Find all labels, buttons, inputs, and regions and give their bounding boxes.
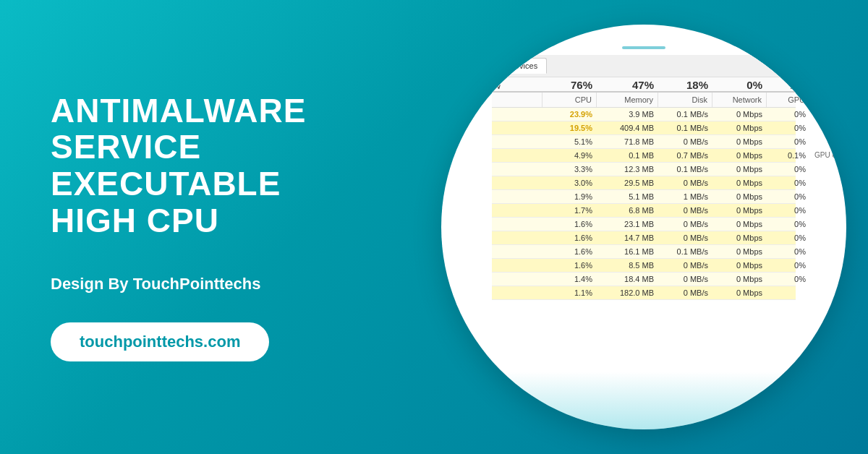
cell-memory: 16.1 MB <box>597 245 658 258</box>
table-row[interactable]: 1.6% 14.7 MB 0 MB/s 0 Mbps 0% <box>492 231 796 245</box>
tm-pct-row: ∨ 76% 47% 18% 0% 1% GPU <box>492 77 796 93</box>
cell-cpu: 3.0% <box>542 176 597 189</box>
right-panel: Services ∨ 76% 47% 18% 0% 1% GPU <box>420 0 868 454</box>
cell-name <box>492 273 542 286</box>
col-label-cpu[interactable]: CPU <box>542 93 597 107</box>
cell-memory: 12.3 MB <box>597 163 658 176</box>
table-row[interactable]: 5.1% 71.8 MB 0 MB/s 0 Mbps 0% <box>492 135 796 149</box>
col-name-pct: ∨ <box>492 77 542 91</box>
cell-network: 0 Mbps <box>712 259 767 272</box>
cell-cpu: 5.1% <box>542 135 597 148</box>
cell-gpu: 0% <box>767 108 810 121</box>
cell-network: 0 Mbps <box>712 245 767 258</box>
chevron-icon: ∨ <box>496 83 501 90</box>
cell-memory: 23.1 MB <box>597 218 658 231</box>
cell-disk: 0 MB/s <box>658 176 712 189</box>
cell-disk: 0.1 MB/s <box>658 163 712 176</box>
table-row[interactable]: 1.6% 8.5 MB 0 MB/s 0 Mbps 0% <box>492 259 796 273</box>
tm-data-rows: 23.9% 3.9 MB 0.1 MB/s 0 Mbps 0% 19.5% 40… <box>492 108 796 300</box>
cell-memory: 0.1 MB <box>597 149 658 162</box>
cell-network: 0 Mbps <box>712 286 767 299</box>
cell-network: 0 Mbps <box>712 163 767 176</box>
cell-disk: 0 MB/s <box>658 135 712 148</box>
cell-disk: 0.7 MB/s <box>658 149 712 162</box>
task-manager-panel: Services ∨ 76% 47% 18% 0% 1% GPU <box>492 46 796 300</box>
cell-name <box>492 121 542 134</box>
cell-gpu-name <box>810 163 846 176</box>
table-row[interactable]: 4.9% 0.1 MB 0.7 MB/s 0 Mbps 0.1% GPU 0 -… <box>492 149 796 163</box>
col-label-gpu[interactable]: GPU <box>767 93 810 107</box>
cell-disk: 0 MB/s <box>658 286 712 299</box>
cell-disk: 0.1 MB/s <box>658 121 712 134</box>
col-gpu-pct: 1% <box>767 77 810 91</box>
cell-name <box>492 190 542 203</box>
table-row[interactable]: 1.6% 16.1 MB 0.1 MB/s 0 Mbps 0% <box>492 245 796 259</box>
table-row[interactable]: 3.0% 29.5 MB 0 MB/s 0 Mbps 0% <box>492 176 796 190</box>
cell-gpu-name <box>810 121 846 134</box>
table-row[interactable]: 23.9% 3.9 MB 0.1 MB/s 0 Mbps 0% <box>492 108 796 121</box>
cell-cpu: 1.6% <box>542 245 597 258</box>
cell-cpu: 4.9% <box>542 149 597 162</box>
cell-gpu <box>767 286 810 299</box>
cell-cpu: 19.5% <box>542 121 597 134</box>
col-label-disk[interactable]: Disk <box>658 93 712 107</box>
cell-gpu-name <box>810 135 846 148</box>
cell-disk: 0 MB/s <box>658 204 712 217</box>
cell-memory: 6.8 MB <box>597 204 658 217</box>
table-row[interactable]: 3.3% 12.3 MB 0.1 MB/s 0 Mbps 0% <box>492 163 796 176</box>
cell-network: 0 Mbps <box>712 218 767 231</box>
cell-network: 0 Mbps <box>712 176 767 189</box>
circle-fade <box>441 372 846 429</box>
cell-gpu-name: GPU 0 - 3D <box>810 149 846 162</box>
cell-gpu-name <box>810 108 846 121</box>
table-row[interactable]: 19.5% 409.4 MB 0.1 MB/s 0 Mbps 0% <box>492 121 796 135</box>
cell-gpu: 0% <box>767 176 810 189</box>
table-row[interactable]: 1.9% 5.1 MB 1 MB/s 0 Mbps 0% <box>492 190 796 204</box>
cell-gpu: 0% <box>767 245 810 258</box>
table-row[interactable]: 1.6% 23.1 MB 0 MB/s 0 Mbps 0% <box>492 218 796 231</box>
cell-disk: 0.1 MB/s <box>658 108 712 121</box>
cell-name <box>492 176 542 189</box>
website-badge: touchpointtechs.com <box>51 322 269 361</box>
cell-memory: 182.0 MB <box>597 286 658 299</box>
col-memory-pct: 47% <box>597 77 658 91</box>
cell-memory: 14.7 MB <box>597 231 658 244</box>
title-line1: ANTIMALWARE SERVICE <box>51 92 306 166</box>
col-label-gpu2 <box>810 93 846 107</box>
cell-cpu: 3.3% <box>542 163 597 176</box>
design-credit: Design By TouchPointtechs <box>51 275 376 294</box>
main-container: ANTIMALWARE SERVICE EXECUTABLE HIGH CPU … <box>0 0 868 454</box>
cell-cpu: 1.7% <box>542 204 597 217</box>
cell-name <box>492 231 542 244</box>
table-row[interactable]: 1.7% 6.8 MB 0 MB/s 0 Mbps 0% <box>492 204 796 218</box>
cell-cpu: 1.6% <box>542 259 597 272</box>
title-line2: EXECUTABLE HIGH CPU <box>51 165 281 239</box>
website-url: touchpointtechs.com <box>80 333 240 351</box>
table-row[interactable]: 1.1% 182.0 MB 0 MB/s 0 Mbps <box>492 286 796 300</box>
col-label-memory[interactable]: Memory <box>597 93 658 107</box>
cell-gpu: 0% <box>767 231 810 244</box>
cell-name <box>492 108 542 121</box>
cell-name <box>492 245 542 258</box>
tm-tab-services[interactable]: Services <box>498 58 547 74</box>
cell-network: 0 Mbps <box>712 273 767 286</box>
cell-name <box>492 259 542 272</box>
cell-disk: 0 MB/s <box>658 259 712 272</box>
cell-cpu: 1.1% <box>542 286 597 299</box>
cell-memory: 29.5 MB <box>597 176 658 189</box>
col-network-pct: 0% <box>712 77 767 91</box>
cell-gpu-name <box>810 176 846 189</box>
col-disk-pct: 18% <box>658 77 712 91</box>
table-row[interactable]: 1.4% 18.4 MB 0 MB/s 0 Mbps 0% <box>492 273 796 286</box>
cell-network: 0 Mbps <box>712 204 767 217</box>
cell-gpu: 0% <box>767 135 810 148</box>
cell-name <box>492 218 542 231</box>
col-label-network[interactable]: Network <box>712 93 767 107</box>
cell-name <box>492 135 542 148</box>
cell-gpu-name <box>810 259 846 272</box>
cell-gpu-name <box>810 231 846 244</box>
circle-container: Services ∨ 76% 47% 18% 0% 1% GPU <box>441 25 846 429</box>
cell-network: 0 Mbps <box>712 108 767 121</box>
cell-gpu-name <box>810 245 846 258</box>
cell-disk: 0 MB/s <box>658 273 712 286</box>
